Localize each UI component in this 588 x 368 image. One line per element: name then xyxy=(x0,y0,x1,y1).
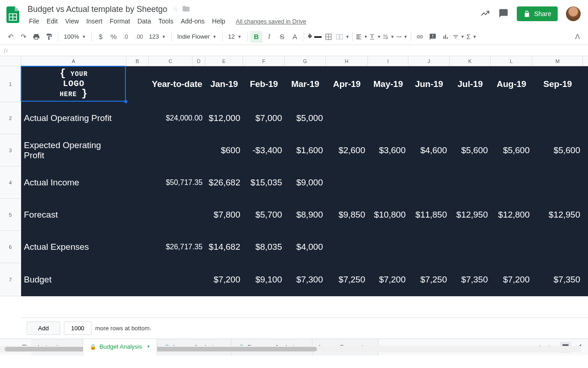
folder-icon[interactable] xyxy=(182,5,190,14)
cell-ytd[interactable] xyxy=(149,263,205,296)
col-header[interactable]: C xyxy=(149,56,192,66)
currency-icon[interactable]: $ xyxy=(95,31,107,43)
add-rows-button[interactable]: Add xyxy=(27,322,60,335)
user-avatar[interactable] xyxy=(566,6,581,21)
cell-value[interactable]: $7,350 xyxy=(450,263,491,296)
cell-value[interactable]: $7,200 xyxy=(368,263,408,296)
horiz-align-button[interactable]: ▼ xyxy=(356,31,368,43)
insert-link-icon[interactable] xyxy=(414,31,426,43)
cell-value[interactable] xyxy=(368,231,408,263)
menu-tools[interactable]: Tools xyxy=(155,17,177,26)
borders-button[interactable] xyxy=(322,31,334,43)
cell-value[interactable] xyxy=(532,102,583,134)
cell-value[interactable]: $7,250 xyxy=(326,263,368,296)
row-label[interactable]: Forecast xyxy=(21,199,126,230)
header-month[interactable]: May-19 xyxy=(368,66,408,102)
zoom-selector[interactable]: 100%▼ xyxy=(61,31,89,43)
cells-container[interactable]: { YOURLOGOHERE }Year-to-dateJan-19Feb-19… xyxy=(21,66,588,296)
col-header[interactable]: G xyxy=(285,56,326,66)
header-month[interactable]: Aug-19 xyxy=(491,66,532,102)
cell-value[interactable]: $1,600 xyxy=(285,134,326,166)
font-size-selector[interactable]: 12▼ xyxy=(226,31,244,43)
header-month[interactable]: Jan-19 xyxy=(205,66,243,102)
cell-drag-handle[interactable] xyxy=(124,100,127,103)
col-header[interactable]: K xyxy=(450,56,491,66)
sheets-logo-icon[interactable] xyxy=(4,4,22,26)
text-rotation-button[interactable]: ▼ xyxy=(396,31,408,43)
paint-format-icon[interactable] xyxy=(43,31,55,43)
header-month[interactable]: Feb-19 xyxy=(243,66,285,102)
decrease-decimal-icon[interactable]: .0 xyxy=(120,31,132,43)
cell-value[interactable]: $5,700 xyxy=(243,199,285,230)
cell-value[interactable] xyxy=(408,231,450,263)
cell-ytd[interactable]: $24,000.00 xyxy=(149,102,205,134)
cell-value[interactable] xyxy=(326,231,368,263)
header-month[interactable]: Jul-19 xyxy=(450,66,491,102)
col-header[interactable]: A xyxy=(21,56,126,66)
row-label[interactable]: Actual Operating Profit xyxy=(21,102,126,134)
cell-value[interactable] xyxy=(491,231,532,263)
cell-value[interactable]: $26,682 xyxy=(205,167,243,198)
cell-value[interactable] xyxy=(450,231,491,263)
menu-data[interactable]: Data xyxy=(134,17,154,26)
header-ytd[interactable]: Year-to-date xyxy=(149,66,205,102)
cell-value[interactable]: $3,600 xyxy=(368,134,408,166)
cell-value[interactable] xyxy=(491,167,532,198)
header-month[interactable]: Jun-19 xyxy=(408,66,450,102)
row-header[interactable]: 1 xyxy=(0,66,21,102)
strikethrough-button[interactable]: S xyxy=(276,31,288,43)
font-selector[interactable]: Indie Flower▼ xyxy=(175,31,220,43)
cell-ytd[interactable] xyxy=(149,199,205,230)
cell-value[interactable]: $7,350 xyxy=(532,263,583,296)
cell-value[interactable]: $12,950 xyxy=(532,199,583,230)
cell-value[interactable]: $7,800 xyxy=(205,199,243,230)
filter-icon[interactable]: ▼ xyxy=(452,31,465,43)
cell-value[interactable] xyxy=(491,102,532,134)
add-rows-input[interactable] xyxy=(64,322,91,335)
row-header[interactable]: 3 xyxy=(0,134,21,167)
cell-ytd[interactable] xyxy=(149,134,205,166)
sheet-tab[interactable]: 🔒Budget Analysis▼ xyxy=(83,339,157,356)
col-header[interactable]: F xyxy=(243,56,285,66)
comments-icon[interactable] xyxy=(498,8,509,20)
cell-value[interactable]: -$3,400 xyxy=(243,134,285,166)
cell-value[interactable]: $5,600 xyxy=(491,134,532,166)
cell-value[interactable]: $7,200 xyxy=(205,263,243,296)
cell-value[interactable] xyxy=(532,167,583,198)
menu-view[interactable]: View xyxy=(62,17,82,26)
cell-value[interactable] xyxy=(408,102,450,134)
header-month[interactable]: Sep-19 xyxy=(532,66,583,102)
undo-icon[interactable]: ↶ xyxy=(5,31,17,43)
cell-ytd[interactable]: $50,717.35 xyxy=(149,167,205,198)
share-button[interactable]: Share xyxy=(517,6,558,21)
italic-button[interactable]: I xyxy=(263,31,275,43)
spreadsheet-grid[interactable]: A B C D E F G H I J K L M 1234567 { YOUR… xyxy=(0,56,588,339)
cell-value[interactable]: $12,000 xyxy=(205,102,243,134)
cell-value[interactable] xyxy=(368,102,408,134)
col-header[interactable]: D xyxy=(192,56,205,66)
menu-help[interactable]: Help xyxy=(209,17,229,26)
cell-value[interactable]: $15,035 xyxy=(243,167,285,198)
header-month[interactable]: Mar-19 xyxy=(285,66,326,102)
row-header[interactable]: 7 xyxy=(0,263,21,296)
text-color-button[interactable]: A xyxy=(289,31,301,43)
menu-format[interactable]: Format xyxy=(107,17,133,26)
insert-chart-icon[interactable] xyxy=(440,31,452,43)
cell-value[interactable]: $5,000 xyxy=(285,102,326,134)
doc-title[interactable]: Budget vs Actual template by Sheetgo xyxy=(26,5,169,14)
print-icon[interactable] xyxy=(30,31,42,43)
cell-value[interactable]: $7,300 xyxy=(285,263,326,296)
redo-icon[interactable]: ↷ xyxy=(17,31,29,43)
cell-value[interactable]: $7,000 xyxy=(243,102,285,134)
cell-value[interactable]: $8,900 xyxy=(285,199,326,230)
row-label[interactable]: Actual Income xyxy=(21,167,126,198)
menu-insert[interactable]: Insert xyxy=(83,17,106,26)
col-header[interactable]: J xyxy=(408,56,450,66)
cell-value[interactable]: $2,600 xyxy=(326,134,368,166)
cell-value[interactable]: $11,850 xyxy=(408,199,450,230)
col-header[interactable]: I xyxy=(368,56,408,66)
insert-comment-icon[interactable] xyxy=(427,31,439,43)
cell-value[interactable]: $9,850 xyxy=(326,199,368,230)
select-all-corner[interactable] xyxy=(0,56,21,66)
cell-value[interactable] xyxy=(326,102,368,134)
